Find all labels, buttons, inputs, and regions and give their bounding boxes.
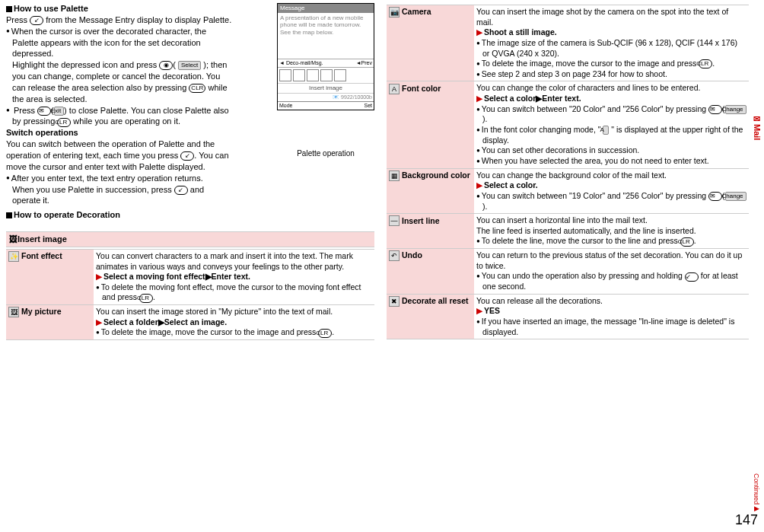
p-press-palette: Press ↙ from the Message Entry display t…	[6, 14, 233, 26]
mail-key-icon: ✉	[708, 105, 722, 114]
insert-image-icon: 🖼	[9, 234, 18, 244]
row-insert-line: —Insert line You can insert a horizontal…	[387, 214, 749, 249]
phone-screenshot: Message A presentation of a new mobile p…	[277, 3, 374, 110]
curve-key-icon: ↙	[174, 186, 188, 195]
b-press-exit: Press ✉(Exit) to close Palette. You can …	[6, 105, 233, 128]
font-color-icon: A	[389, 84, 400, 94]
b-cursor-over: When the cursor is over the decorated ch…	[6, 26, 233, 60]
row-bg-color: ▦Background color You can change the bac…	[387, 168, 749, 214]
b-after-enter: After you enter text, the text entry ope…	[6, 173, 233, 184]
change-label-icon: Change	[725, 105, 746, 114]
continued-label: Continued▶	[752, 473, 761, 512]
page-number: 147	[735, 511, 758, 529]
clr-key-icon: CLR	[680, 237, 694, 247]
curve-key-icon: ↙	[30, 16, 43, 25]
insert-image-header: 🖼Insert image	[6, 231, 374, 247]
p-switch: You can switch between the operation of …	[6, 139, 233, 173]
row-font-color: AFont color You can change the color of …	[387, 81, 749, 168]
side-tab-mail: ✉Mail	[751, 114, 762, 140]
reset-icon: ✖	[389, 296, 400, 307]
decoration-table-left: ✨Font effect You can convert characters …	[6, 249, 374, 340]
row-my-picture: 🖼My picture You can insert the image sto…	[6, 305, 374, 340]
clr-key-icon: CLR	[699, 59, 712, 68]
heading-switch: Switch operations	[6, 127, 233, 139]
screenshot-caption: Palette operation	[277, 148, 374, 159]
bg-color-icon: ▦	[389, 170, 400, 181]
heading-decoration: How to operate Decoration	[6, 209, 233, 221]
clr-key-icon: CLR	[318, 329, 332, 338]
exit-label-icon: Exit	[54, 107, 64, 116]
heading-palette: How to use Palette	[6, 3, 233, 14]
b-cursor-sub: Highlight the depressed icon and press ◉…	[6, 59, 233, 104]
row-font-effect: ✨Font effect You can convert characters …	[6, 249, 374, 304]
mail-key-icon: ✉	[708, 192, 722, 201]
clr-key-icon: CLR	[139, 294, 153, 303]
camera-icon: 📷	[389, 7, 400, 18]
clr-key-icon: CLR	[189, 84, 205, 93]
clr-key-icon: CLR	[57, 118, 71, 127]
curve-key-icon: ↙	[180, 151, 194, 161]
insert-line-icon: —	[389, 215, 400, 226]
mail-key-icon: ✉	[37, 107, 51, 116]
change-label-icon: Change	[725, 192, 746, 201]
row-decorate-all-reset: ✖Decorate all reset You can release all …	[387, 294, 749, 339]
dot-key-icon: ◉	[159, 61, 173, 70]
row-camera: 📷Camera You can insert the image shot by…	[387, 5, 749, 81]
curve-key-icon: ↙	[685, 272, 699, 282]
font-effect-icon: ✨	[8, 251, 19, 262]
b-after-sub: When you use Palette in succession, pres…	[6, 184, 233, 207]
select-label-icon: Select	[178, 61, 201, 70]
decoration-table-right: 📷Camera You can insert the image shot by…	[387, 5, 749, 339]
row-undo: ↶Undo You can return to the previous sta…	[387, 249, 749, 295]
my-picture-icon: 🖼	[8, 307, 19, 317]
undo-icon: ↶	[389, 250, 400, 261]
